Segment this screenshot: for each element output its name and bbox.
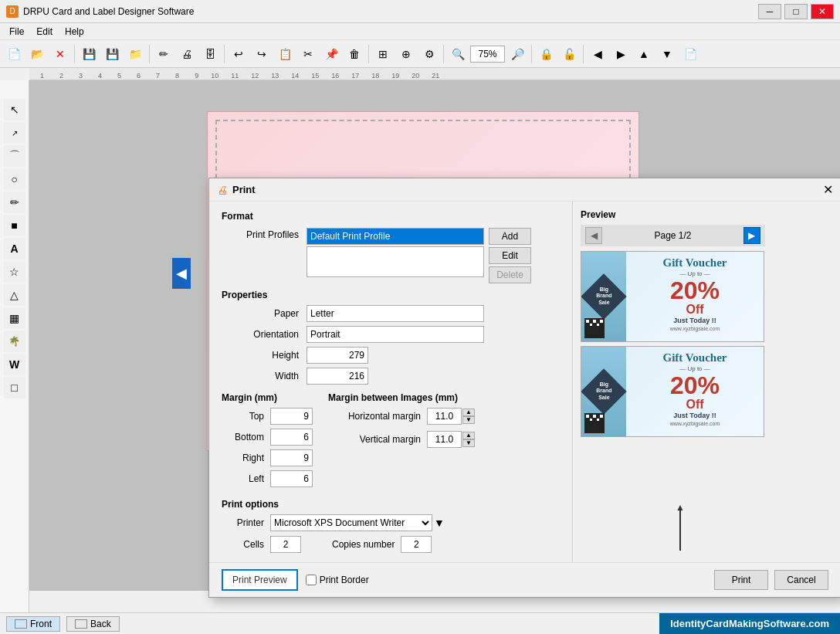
menu-file[interactable]: File xyxy=(3,25,30,39)
prev-page-btn[interactable]: ◀ xyxy=(585,227,602,244)
diamond-2: BigBrandSale xyxy=(581,368,626,414)
diamond-1: BigBrandSale xyxy=(581,273,626,319)
v-margin-down[interactable]: ▼ xyxy=(462,439,475,447)
maximize-button[interactable]: □ xyxy=(784,4,808,19)
front-tab-label: Front xyxy=(30,619,52,629)
star-tool[interactable]: ☆ xyxy=(4,261,25,283)
paste-btn[interactable]: 📌 xyxy=(320,43,342,65)
copies-input[interactable] xyxy=(401,536,432,553)
voucher-left-2: BigBrandSale xyxy=(581,347,626,436)
next-page-btn[interactable]: ▶ xyxy=(743,227,760,244)
save-btn[interactable]: 💾 xyxy=(78,43,100,65)
paper-input[interactable] xyxy=(307,305,484,322)
arrow-right-btn[interactable]: ▶ xyxy=(610,43,632,65)
edit-profile-btn[interactable]: Edit xyxy=(489,247,531,264)
orientation-row: Orientation xyxy=(222,326,560,343)
select-tool[interactable]: ↖ xyxy=(4,99,25,120)
h-margin-down[interactable]: ▼ xyxy=(462,416,475,424)
arrow-up-btn[interactable]: ▲ xyxy=(633,43,655,65)
h-margin-input[interactable] xyxy=(427,408,462,425)
edit-btn[interactable]: ✏ xyxy=(153,43,174,65)
print-preview-button[interactable]: Print Preview xyxy=(222,569,298,591)
cut-btn[interactable]: ✂ xyxy=(297,43,319,65)
zoom-input[interactable]: 75% xyxy=(470,46,505,63)
triangle-tool[interactable]: △ xyxy=(4,284,25,306)
folder-btn[interactable]: 📁 xyxy=(124,43,146,65)
pencil-tool[interactable]: ✏ xyxy=(4,192,25,213)
close-btn[interactable]: ✕ xyxy=(49,43,71,65)
dialog-body: Format Print Profiles Add Edit Delete Pr… xyxy=(209,202,840,562)
h-margin-spinners: ▲ ▼ xyxy=(462,409,475,424)
print-btn[interactable]: 🖨 xyxy=(176,43,198,65)
lock-btn[interactable]: 🔒 xyxy=(535,43,557,65)
ellipse-tool[interactable]: ○ xyxy=(4,168,25,190)
delete-profile-btn[interactable]: Delete xyxy=(489,266,531,283)
top-margin-input[interactable] xyxy=(270,408,313,425)
align-btn[interactable]: ⊕ xyxy=(395,43,417,65)
settings-btn[interactable]: ⚙ xyxy=(418,43,440,65)
cancel-button[interactable]: Cancel xyxy=(774,570,828,590)
db-btn[interactable]: 🗄 xyxy=(199,43,221,65)
page-btn[interactable]: 📄 xyxy=(679,43,701,65)
copies-group: Copies number xyxy=(332,536,432,553)
close-button[interactable]: ✕ xyxy=(811,4,834,19)
arrow-down-btn[interactable]: ▼ xyxy=(656,43,678,65)
canvas-prev-btn[interactable]: ◀ xyxy=(172,258,191,289)
barcode-tool[interactable]: ▦ xyxy=(4,307,25,329)
print-dialog-close[interactable]: ✕ xyxy=(823,182,833,197)
zoom-in-btn[interactable]: 🔎 xyxy=(506,43,528,65)
orientation-input[interactable] xyxy=(307,326,484,343)
menu-edit[interactable]: Edit xyxy=(30,25,59,39)
height-input[interactable] xyxy=(307,347,368,364)
grid-btn[interactable]: ⊞ xyxy=(372,43,394,65)
window-controls[interactable]: ─ □ ✕ xyxy=(758,4,834,19)
print-border-label: Print Border xyxy=(320,575,369,585)
bottom-margin-input[interactable] xyxy=(270,429,313,446)
v-margin-input[interactable] xyxy=(427,431,462,448)
zoom-out-btn[interactable]: 🔍 xyxy=(447,43,469,65)
zoom-box: 🔍 75% 🔎 xyxy=(447,43,528,65)
printer-label: Printer xyxy=(222,517,264,528)
margin-left-group: Margin (mm) Top Bottom Right Left xyxy=(222,392,313,491)
v-margin-up[interactable]: ▲ xyxy=(462,432,475,439)
arrow-tool[interactable]: ↗ xyxy=(4,122,25,144)
h-margin-up[interactable]: ▲ xyxy=(462,409,475,416)
text-tool[interactable]: A xyxy=(4,238,25,259)
print-button[interactable]: Print xyxy=(714,570,768,590)
redo-btn[interactable]: ↪ xyxy=(251,43,273,65)
width-input[interactable] xyxy=(307,368,368,385)
menu-help[interactable]: Help xyxy=(59,25,90,39)
del-btn[interactable]: 🗑 xyxy=(344,43,365,65)
save2-btn[interactable]: 💾 xyxy=(101,43,123,65)
printer-select[interactable]: Microsoft XPS Document Writer xyxy=(270,514,432,531)
qr-grid-1 xyxy=(584,318,605,338)
back-tab[interactable]: Back xyxy=(66,616,120,632)
copy2-btn[interactable]: 📋 xyxy=(274,43,296,65)
image-tool[interactable]: 🌴 xyxy=(4,331,25,352)
arrow-left-btn[interactable]: ◀ xyxy=(587,43,608,65)
qr-code-1 xyxy=(584,318,605,338)
dialog-title-bar: 🖨 Print ✕ xyxy=(209,178,840,202)
curve-tool[interactable]: ⌒ xyxy=(4,145,25,167)
voucher-tagline-2: Just Today !! xyxy=(632,412,757,419)
unlock-btn[interactable]: 🔓 xyxy=(558,43,580,65)
left-tools-panel: ↖ ↗ ⌒ ○ ✏ ■ A ☆ △ ▦ 🌴 W □ xyxy=(0,80,29,612)
left-margin-input[interactable] xyxy=(270,470,313,487)
voucher-off-1: Off xyxy=(632,303,757,317)
word-tool[interactable]: W xyxy=(4,354,25,375)
orientation-label: Orientation xyxy=(222,329,299,340)
add-profile-btn[interactable]: Add xyxy=(489,228,531,245)
profile-input[interactable] xyxy=(307,228,484,245)
new-btn[interactable]: 📄 xyxy=(3,43,25,65)
right-margin-input[interactable] xyxy=(270,449,313,466)
rect-tool[interactable]: ■ xyxy=(4,215,25,236)
top-margin-row: Top xyxy=(222,408,313,425)
cells-input[interactable] xyxy=(270,536,301,553)
front-tab[interactable]: Front xyxy=(6,616,60,632)
print-border-checkbox[interactable] xyxy=(306,575,317,585)
open-btn[interactable]: 📂 xyxy=(26,43,48,65)
voucher-url-2: www.xyzbigsale.com xyxy=(632,421,757,426)
shape-tool[interactable]: □ xyxy=(4,377,25,398)
undo-btn[interactable]: ↩ xyxy=(228,43,249,65)
minimize-button[interactable]: ─ xyxy=(758,4,781,19)
